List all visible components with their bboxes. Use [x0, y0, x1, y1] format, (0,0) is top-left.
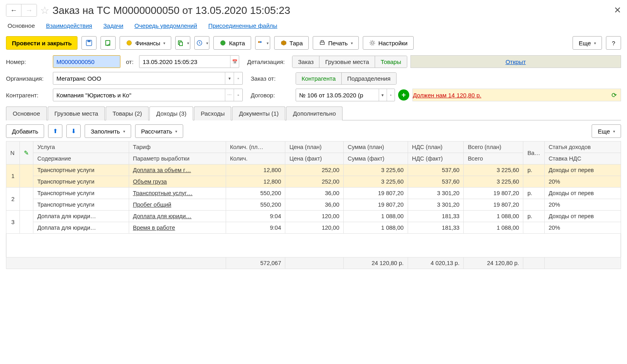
- post-and-close-button[interactable]: Провести и закрыть: [6, 36, 77, 50]
- col-vat-plan[interactable]: НДС (план): [408, 141, 464, 153]
- table-row[interactable]: Транспортные услугиОбъем груза 12,800252…: [6, 176, 621, 188]
- table-row[interactable]: 2 Транспортные услугиТранспортные услуг……: [6, 188, 621, 199]
- detail-goods-tab[interactable]: Товары: [375, 56, 407, 68]
- detail-cargo-tab[interactable]: Грузовые места: [319, 56, 375, 68]
- table-row[interactable]: Транспортные услугиПробег общий 550,2003…: [6, 199, 621, 211]
- contr-input-wrap[interactable]: ⋯▫: [53, 89, 243, 101]
- header-row-1: N ✎ Услуга Тариф Колич. (пл… Цена (план)…: [6, 141, 621, 153]
- col-n[interactable]: N: [6, 141, 20, 165]
- status-link[interactable]: Открыт: [505, 58, 526, 65]
- nav-attached[interactable]: Присоединенные файлы: [208, 22, 277, 29]
- svg-point-8: [258, 41, 260, 43]
- org-input[interactable]: [53, 72, 225, 84]
- footer-qty: 572,067: [226, 258, 285, 269]
- nav-notif-queue[interactable]: Очередь уведомлений: [134, 22, 197, 29]
- table-row[interactable]: 1 Транспортные услугиДоплата за объем г……: [6, 165, 621, 176]
- nav-back-button[interactable]: ←: [6, 4, 21, 16]
- contract-input-wrap[interactable]: ▾▫: [296, 89, 395, 101]
- date-input-wrap[interactable]: 📅: [139, 55, 239, 68]
- tab-extra[interactable]: Дополнительно: [286, 106, 343, 120]
- tab-cargo[interactable]: Грузовые места: [48, 106, 105, 120]
- help-button[interactable]: ?: [606, 36, 621, 50]
- col-param[interactable]: Параметр выработки: [129, 153, 226, 165]
- org-open-icon[interactable]: ▫: [234, 72, 242, 84]
- close-icon[interactable]: ✕: [614, 5, 621, 15]
- sub-more-button[interactable]: Еще: [592, 124, 621, 138]
- contr-open-icon[interactable]: ▫: [234, 89, 242, 101]
- org-dropdown-icon[interactable]: ▾: [225, 72, 234, 84]
- debt-link[interactable]: Должен нам 14 120,80 р.: [413, 92, 481, 99]
- number-input[interactable]: [53, 56, 120, 68]
- svg-rect-2: [106, 41, 110, 45]
- col-price-fact[interactable]: Цена (факт): [285, 153, 344, 165]
- calendar-icon[interactable]: 📅: [230, 56, 239, 68]
- history-button[interactable]: [194, 36, 209, 50]
- save-button[interactable]: [81, 36, 97, 50]
- move-down-button[interactable]: ⬇: [66, 124, 81, 138]
- contract-input[interactable]: [296, 89, 379, 101]
- printer-icon: [319, 39, 326, 46]
- tab-main[interactable]: Основное: [6, 106, 47, 120]
- copy-button[interactable]: [175, 36, 190, 50]
- contract-open-icon[interactable]: ▫: [387, 89, 395, 101]
- more-button[interactable]: Еще: [573, 36, 602, 50]
- people-button[interactable]: [255, 36, 270, 50]
- svg-point-13: [370, 41, 375, 45]
- col-tariff[interactable]: Тариф: [129, 141, 226, 153]
- nav-main[interactable]: Основное: [8, 22, 35, 29]
- order-from-contr-tab[interactable]: Контрагента: [296, 73, 342, 84]
- tab-docs[interactable]: Документы (1): [232, 106, 285, 120]
- nav-forward-button[interactable]: →: [21, 4, 37, 16]
- nav-interactions[interactable]: Взаимодействия: [46, 22, 92, 29]
- contr-input[interactable]: [53, 89, 225, 101]
- tab-expense[interactable]: Расходы: [194, 106, 231, 120]
- detail-order-tab[interactable]: Заказ: [292, 56, 319, 68]
- calculate-button[interactable]: Рассчитать: [135, 124, 183, 138]
- add-row-button[interactable]: Добавить: [6, 124, 44, 138]
- col-article[interactable]: Статья доходов: [544, 141, 621, 153]
- nav-tasks[interactable]: Задачи: [103, 22, 123, 29]
- col-cur[interactable]: Ва…: [523, 141, 544, 165]
- footer-sum: 24 120,80 р.: [343, 258, 408, 269]
- settings-button[interactable]: Настройки: [363, 36, 414, 50]
- people-icon: [256, 39, 263, 46]
- contr-select-icon[interactable]: ⋯: [225, 89, 234, 101]
- col-total-plan[interactable]: Всего (план): [464, 141, 523, 153]
- col-sum-plan[interactable]: Сумма (план): [343, 141, 408, 153]
- contract-dropdown-icon[interactable]: ▾: [379, 89, 387, 101]
- table-row[interactable]: 3 Доплата для юриди…Доплата для юриди… 9…: [6, 211, 621, 222]
- fill-button[interactable]: Заполнить: [85, 124, 131, 138]
- tare-button[interactable]: Тара: [274, 36, 309, 50]
- map-button[interactable]: Карта: [213, 36, 251, 50]
- col-qty-plan[interactable]: Колич. (пл…: [226, 141, 285, 153]
- content-tabs: Основное Грузовые места Товары (2) Доход…: [6, 106, 621, 120]
- refresh-icon[interactable]: ⟳: [612, 91, 617, 99]
- col-qty[interactable]: Колич.: [226, 153, 285, 165]
- col-content[interactable]: Содержание: [33, 153, 129, 165]
- from-label: от:: [126, 58, 134, 65]
- tab-goods[interactable]: Товары (2): [106, 106, 149, 120]
- add-contract-button[interactable]: +: [398, 89, 409, 101]
- org-input-wrap[interactable]: ▾▫: [53, 72, 243, 85]
- coin-icon: [126, 39, 133, 46]
- svg-rect-11: [321, 41, 323, 42]
- date-input[interactable]: [139, 56, 230, 68]
- col-vat-rate[interactable]: Ставка НДС: [544, 153, 621, 165]
- favorite-star-icon[interactable]: ☆: [40, 4, 49, 17]
- col-price-plan[interactable]: Цена (план): [285, 141, 344, 153]
- col-total[interactable]: Всего: [464, 153, 523, 165]
- move-up-button[interactable]: ⬆: [48, 124, 62, 138]
- col-vat-fact[interactable]: НДС (факт): [408, 153, 464, 165]
- col-edit[interactable]: ✎: [20, 141, 33, 165]
- col-sum-fact[interactable]: Сумма (факт): [343, 153, 408, 165]
- order-from-dept-tab[interactable]: Подразделения: [342, 73, 396, 84]
- table-row[interactable]: Доплата для юриди…Время в работе 9:04120…: [6, 222, 621, 234]
- finances-button[interactable]: Финансы: [120, 36, 171, 50]
- col-service[interactable]: Услуга: [33, 141, 129, 153]
- org-label: Организация:: [6, 75, 50, 82]
- number-input-wrap[interactable]: [53, 55, 120, 68]
- print-button[interactable]: Печать: [313, 36, 359, 50]
- tab-income[interactable]: Доходы (3): [149, 106, 193, 120]
- post-button[interactable]: [101, 36, 116, 50]
- section-nav: Основное Взаимодействия Задачи Очередь у…: [6, 22, 621, 29]
